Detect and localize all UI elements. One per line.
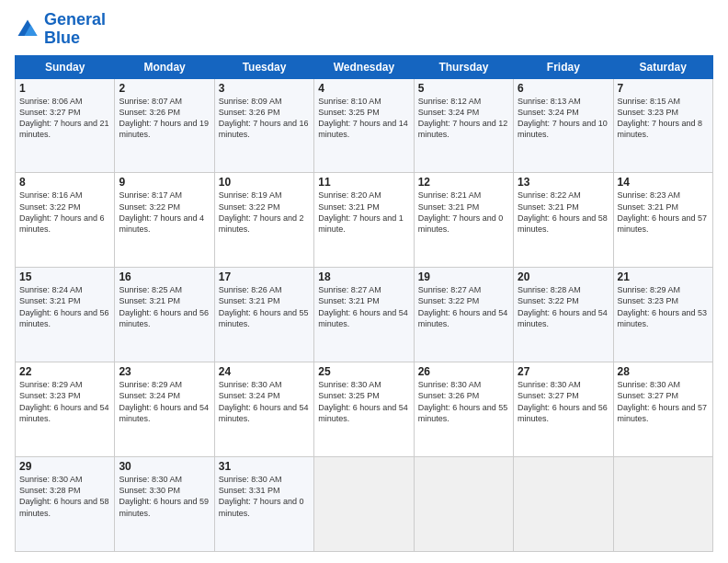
calendar-week-1: 1Sunrise: 8:06 AMSunset: 3:27 PMDaylight… — [16, 78, 713, 173]
day-info: Sunrise: 8:30 AMSunset: 3:27 PMDaylight:… — [618, 379, 709, 424]
calendar-cell: 21Sunrise: 8:29 AMSunset: 3:23 PMDayligh… — [613, 268, 712, 362]
day-number: 21 — [618, 270, 709, 283]
day-number: 18 — [318, 270, 409, 283]
day-number: 16 — [119, 270, 210, 283]
calendar-cell: 3Sunrise: 8:09 AMSunset: 3:26 PMDaylight… — [214, 78, 313, 173]
day-number: 22 — [19, 365, 110, 378]
day-number: 23 — [119, 365, 210, 378]
calendar-cell: 28Sunrise: 8:30 AMSunset: 3:27 PMDayligh… — [613, 362, 712, 457]
day-number: 30 — [119, 460, 210, 473]
day-info: Sunrise: 8:19 AMSunset: 3:22 PMDaylight:… — [219, 190, 310, 235]
day-number: 12 — [418, 176, 509, 189]
calendar-cell: 30Sunrise: 8:30 AMSunset: 3:30 PMDayligh… — [115, 457, 214, 552]
day-info: Sunrise: 8:30 AMSunset: 3:28 PMDaylight:… — [19, 474, 110, 519]
day-info: Sunrise: 8:10 AMSunset: 3:25 PMDaylight:… — [318, 96, 409, 141]
day-info: Sunrise: 8:30 AMSunset: 3:25 PMDaylight:… — [318, 379, 409, 424]
day-info: Sunrise: 8:30 AMSunset: 3:27 PMDaylight:… — [518, 379, 609, 424]
day-info: Sunrise: 8:15 AMSunset: 3:23 PMDaylight:… — [618, 96, 709, 141]
calendar-cell: 26Sunrise: 8:30 AMSunset: 3:26 PMDayligh… — [414, 362, 513, 457]
day-number: 10 — [219, 176, 310, 189]
day-info: Sunrise: 8:30 AMSunset: 3:30 PMDaylight:… — [119, 474, 210, 519]
calendar-cell: 15Sunrise: 8:24 AMSunset: 3:21 PMDayligh… — [16, 268, 115, 362]
day-number: 13 — [518, 176, 609, 189]
calendar-cell: 5Sunrise: 8:12 AMSunset: 3:24 PMDaylight… — [414, 78, 513, 173]
day-number: 7 — [618, 82, 709, 95]
calendar-cell: 16Sunrise: 8:25 AMSunset: 3:21 PMDayligh… — [115, 268, 214, 362]
calendar-cell: 24Sunrise: 8:30 AMSunset: 3:24 PMDayligh… — [214, 362, 313, 457]
day-number: 5 — [418, 82, 509, 95]
day-info: Sunrise: 8:30 AMSunset: 3:24 PMDaylight:… — [219, 379, 310, 424]
day-number: 27 — [518, 365, 609, 378]
calendar-cell: 23Sunrise: 8:29 AMSunset: 3:24 PMDayligh… — [115, 362, 214, 457]
day-number: 2 — [119, 82, 210, 95]
day-info: Sunrise: 8:22 AMSunset: 3:21 PMDaylight:… — [518, 190, 609, 235]
day-info: Sunrise: 8:30 AMSunset: 3:31 PMDaylight:… — [219, 474, 310, 519]
calendar-cell: 19Sunrise: 8:27 AMSunset: 3:22 PMDayligh… — [414, 268, 513, 362]
day-number: 25 — [318, 365, 409, 378]
calendar-header-row: SundayMondayTuesdayWednesdayThursdayFrid… — [16, 55, 713, 78]
calendar-cell — [514, 457, 613, 552]
day-info: Sunrise: 8:29 AMSunset: 3:24 PMDaylight:… — [119, 379, 210, 424]
calendar-cell: 7Sunrise: 8:15 AMSunset: 3:23 PMDaylight… — [613, 78, 712, 173]
day-info: Sunrise: 8:16 AMSunset: 3:22 PMDaylight:… — [19, 190, 110, 235]
day-info: Sunrise: 8:23 AMSunset: 3:21 PMDaylight:… — [618, 190, 709, 235]
day-info: Sunrise: 8:26 AMSunset: 3:21 PMDaylight:… — [219, 284, 310, 329]
calendar-header-sunday: Sunday — [16, 55, 115, 78]
day-number: 19 — [418, 270, 509, 283]
calendar-cell: 4Sunrise: 8:10 AMSunset: 3:25 PMDaylight… — [314, 78, 414, 173]
calendar-week-5: 29Sunrise: 8:30 AMSunset: 3:28 PMDayligh… — [16, 457, 713, 552]
day-number: 17 — [219, 270, 310, 283]
calendar-week-3: 15Sunrise: 8:24 AMSunset: 3:21 PMDayligh… — [16, 268, 713, 362]
calendar-cell — [613, 457, 712, 552]
calendar-cell: 14Sunrise: 8:23 AMSunset: 3:21 PMDayligh… — [613, 173, 712, 268]
day-number: 14 — [618, 176, 709, 189]
calendar-cell: 10Sunrise: 8:19 AMSunset: 3:22 PMDayligh… — [214, 173, 313, 268]
calendar-header-monday: Monday — [115, 55, 214, 78]
day-number: 31 — [219, 460, 310, 473]
calendar-cell — [314, 457, 414, 552]
calendar-header-friday: Friday — [514, 55, 613, 78]
calendar-cell: 25Sunrise: 8:30 AMSunset: 3:25 PMDayligh… — [314, 362, 414, 457]
day-number: 4 — [318, 82, 409, 95]
calendar-header-thursday: Thursday — [414, 55, 513, 78]
calendar-cell: 6Sunrise: 8:13 AMSunset: 3:24 PMDaylight… — [514, 78, 613, 173]
day-number: 28 — [618, 365, 709, 378]
day-info: Sunrise: 8:07 AMSunset: 3:26 PMDaylight:… — [119, 96, 210, 141]
header: General Blue — [15, 11, 713, 48]
day-info: Sunrise: 8:09 AMSunset: 3:26 PMDaylight:… — [219, 96, 310, 141]
day-number: 9 — [119, 176, 210, 189]
day-info: Sunrise: 8:13 AMSunset: 3:24 PMDaylight:… — [518, 96, 609, 141]
day-number: 6 — [518, 82, 609, 95]
day-number: 15 — [19, 270, 110, 283]
day-info: Sunrise: 8:12 AMSunset: 3:24 PMDaylight:… — [418, 96, 509, 141]
day-info: Sunrise: 8:21 AMSunset: 3:21 PMDaylight:… — [418, 190, 509, 235]
day-info: Sunrise: 8:30 AMSunset: 3:26 PMDaylight:… — [418, 379, 509, 424]
calendar-cell: 31Sunrise: 8:30 AMSunset: 3:31 PMDayligh… — [214, 457, 313, 552]
day-info: Sunrise: 8:24 AMSunset: 3:21 PMDaylight:… — [19, 284, 110, 329]
calendar-cell: 27Sunrise: 8:30 AMSunset: 3:27 PMDayligh… — [514, 362, 613, 457]
day-info: Sunrise: 8:27 AMSunset: 3:22 PMDaylight:… — [418, 284, 509, 329]
calendar-cell: 13Sunrise: 8:22 AMSunset: 3:21 PMDayligh… — [514, 173, 613, 268]
calendar-cell: 20Sunrise: 8:28 AMSunset: 3:22 PMDayligh… — [514, 268, 613, 362]
calendar-header-wednesday: Wednesday — [314, 55, 414, 78]
day-info: Sunrise: 8:17 AMSunset: 3:22 PMDaylight:… — [119, 190, 210, 235]
calendar-header-tuesday: Tuesday — [214, 55, 313, 78]
day-info: Sunrise: 8:29 AMSunset: 3:23 PMDaylight:… — [618, 284, 709, 329]
day-number: 26 — [418, 365, 509, 378]
day-info: Sunrise: 8:20 AMSunset: 3:21 PMDaylight:… — [318, 190, 409, 235]
calendar-header-saturday: Saturday — [613, 55, 712, 78]
calendar-cell: 29Sunrise: 8:30 AMSunset: 3:28 PMDayligh… — [16, 457, 115, 552]
day-number: 1 — [19, 82, 110, 95]
calendar-table: SundayMondayTuesdayWednesdayThursdayFrid… — [15, 55, 713, 552]
calendar-cell — [414, 457, 513, 552]
calendar-cell: 9Sunrise: 8:17 AMSunset: 3:22 PMDaylight… — [115, 173, 214, 268]
day-info: Sunrise: 8:29 AMSunset: 3:23 PMDaylight:… — [19, 379, 110, 424]
day-info: Sunrise: 8:27 AMSunset: 3:21 PMDaylight:… — [318, 284, 409, 329]
calendar-cell: 18Sunrise: 8:27 AMSunset: 3:21 PMDayligh… — [314, 268, 414, 362]
day-number: 29 — [19, 460, 110, 473]
page: General Blue SundayMondayTuesdayWednesda… — [0, 0, 728, 563]
day-number: 20 — [518, 270, 609, 283]
calendar-cell: 22Sunrise: 8:29 AMSunset: 3:23 PMDayligh… — [16, 362, 115, 457]
day-info: Sunrise: 8:28 AMSunset: 3:22 PMDaylight:… — [518, 284, 609, 329]
day-info: Sunrise: 8:06 AMSunset: 3:27 PMDaylight:… — [19, 96, 110, 141]
